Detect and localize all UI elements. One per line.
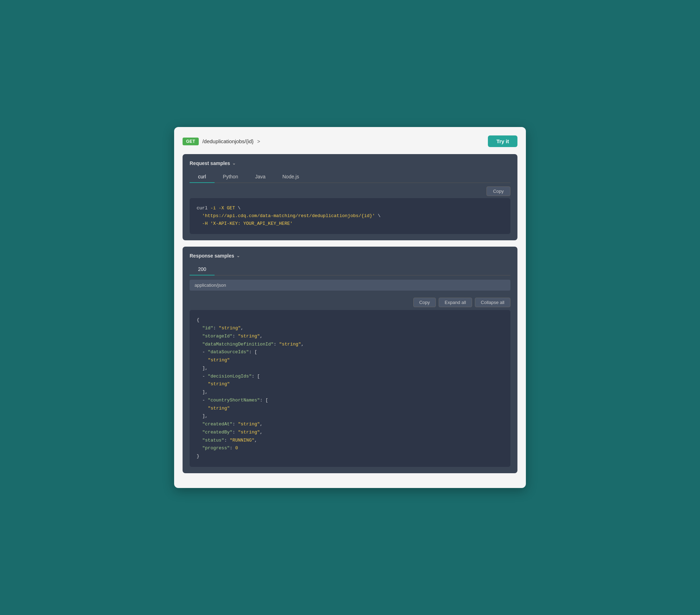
json-line-countryshortnames-close: ], [197,412,503,420]
tab-java[interactable]: Java [247,171,274,183]
response-samples-title: Response samples ⌄ [190,253,510,259]
code-line-2: 'https://api.cdq.com/data-matching/rest/… [197,212,503,220]
request-tabs-row: curl Python Java Node.js [190,171,510,183]
request-title-text: Request samples [190,160,230,166]
json-line-storageid: "storageId": "string", [197,332,503,341]
json-line-createdat: "createdAt": "string", [197,420,503,429]
response-title-chevron: ⌄ [236,253,240,258]
tab-200[interactable]: 200 [190,264,215,275]
endpoint-chevron: > [257,139,260,144]
json-line-countryshortnames-open: - "countryShortNames": [ [197,397,503,405]
request-copy-row: Copy [190,183,510,198]
response-json-block: { "id": "string", "storageId": "string",… [190,310,510,467]
json-line-countryshortnames-value: "string" [197,405,503,413]
code-line-1: curl -i -X GET \ [197,204,503,212]
top-bar-left: GET /deduplicationjobs/{id} > [183,138,260,145]
collapse-all-button[interactable]: Collapse all [475,298,510,307]
tab-nodejs[interactable]: Node.js [274,171,307,183]
request-samples-section: Request samples ⌄ curl Python Java Node.… [183,154,517,240]
request-copy-button[interactable]: Copy [486,186,510,196]
main-window: GET /deduplicationjobs/{id} > Try it Req… [174,127,526,488]
json-line-brace-open: { [197,316,503,324]
json-line-decisionlogids-value: "string" [197,380,503,388]
try-it-button[interactable]: Try it [488,135,517,147]
response-tabs-row: 200 [190,264,510,275]
expand-all-button[interactable]: Expand all [439,298,472,307]
request-code-block: curl -i -X GET \ 'https://api.cdq.com/da… [190,198,510,234]
content-type-bar: application/json [190,280,510,291]
code-line-3: -H 'X-API-KEY: YOUR_API_KEY_HERE' [197,220,503,228]
json-line-datasourceids-open: - "dataSourceIds": [ [197,348,503,356]
json-line-datamatchingdef: "dataMatchingDefinitionId": "string", [197,341,503,349]
request-samples-title: Request samples ⌄ [190,160,510,166]
request-title-chevron: ⌄ [232,161,236,166]
json-line-createdby: "createdBy": "string", [197,429,503,437]
json-line-datasourceids-close: ], [197,364,503,373]
response-action-buttons: Copy Expand all Collapse all [190,295,510,310]
tab-python[interactable]: Python [215,171,247,183]
json-line-datasourceids-value: "string" [197,356,503,364]
top-bar: GET /deduplicationjobs/{id} > Try it [183,135,517,147]
response-title-text: Response samples [190,253,234,259]
json-line-progress: "progress": 0 [197,444,503,452]
tab-curl[interactable]: curl [190,171,215,183]
json-line-decisionlogids-open: - "decisionLogIds": [ [197,373,503,381]
json-line-status: "status": "RUNNING", [197,437,503,445]
endpoint-path: /deduplicationjobs/{id} [202,138,254,144]
response-copy-button[interactable]: Copy [413,298,436,307]
json-line-decisionlogids-close: ], [197,388,503,397]
json-line-id: "id": "string", [197,324,503,332]
json-line-brace-close: } [197,452,503,461]
method-badge: GET [183,138,199,145]
response-samples-section: Response samples ⌄ 200 application/json … [183,247,517,473]
